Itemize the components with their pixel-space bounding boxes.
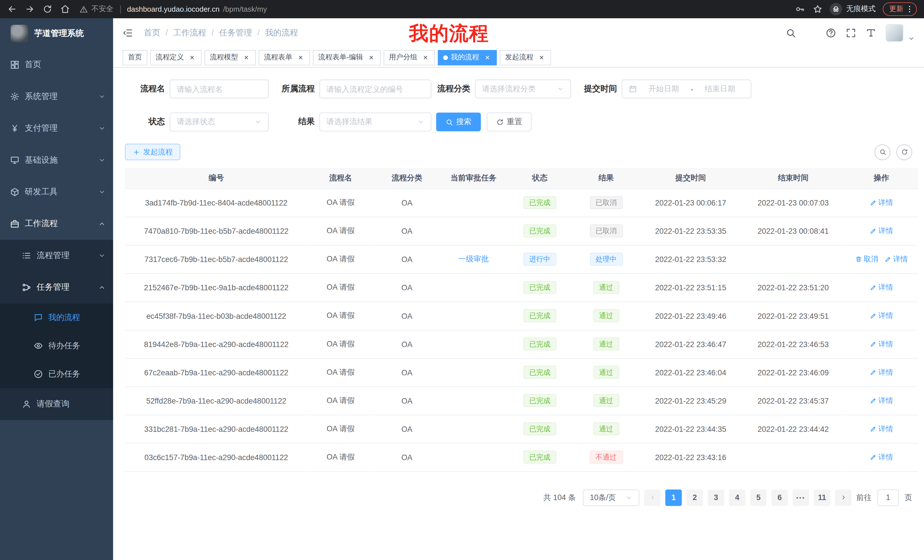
github-icon[interactable]	[806, 28, 816, 38]
key-icon[interactable]	[795, 4, 805, 14]
breadcrumb-item: 我的流程	[265, 28, 298, 38]
sidebar-item[interactable]: 流程管理	[0, 240, 113, 271]
sidebar-item[interactable]: 任务管理	[0, 271, 113, 303]
sidebar-item[interactable]: 我的流程	[0, 303, 113, 332]
cell-submit-time: 2022-01-23 00:06:17	[639, 189, 742, 217]
close-icon[interactable]: ×	[537, 53, 546, 61]
sidebar-item-label: 首页	[25, 59, 41, 70]
process-id-input[interactable]	[320, 79, 432, 99]
help-icon[interactable]	[825, 28, 836, 38]
sidebar-item[interactable]: 请假查询	[0, 388, 113, 420]
toggle-search-button[interactable]	[874, 144, 891, 160]
more-pages-button[interactable]: •••	[793, 489, 809, 506]
arrow-right-icon[interactable]	[25, 4, 35, 14]
page-button[interactable]: 11	[814, 489, 830, 506]
detail-link[interactable]: 详情	[870, 367, 893, 377]
close-icon[interactable]: ×	[188, 53, 196, 61]
breadcrumb-item[interactable]: 工作流程	[173, 28, 219, 38]
cell-actions: 详情	[844, 358, 918, 386]
screen: 不安全 dashboard.yudao.iocoder.cn/bpm/task/…	[0, 0, 924, 560]
incognito-icon	[830, 3, 842, 15]
user-avatar[interactable]	[886, 24, 903, 42]
status-tag: 已完成	[524, 422, 556, 435]
user-menu-caret-icon[interactable]	[908, 35, 915, 42]
page-button[interactable]: 6	[771, 489, 788, 506]
sidebar-item[interactable]: 系统管理	[0, 81, 113, 112]
kebab-menu-icon[interactable]	[905, 5, 914, 14]
detail-link[interactable]: 详情	[870, 226, 893, 236]
tab-chip[interactable]: 流程表单×	[259, 49, 310, 65]
reset-button[interactable]: 重置	[487, 112, 532, 131]
sidebar-item[interactable]: 首页	[0, 49, 113, 81]
detail-link[interactable]: 详情	[870, 198, 893, 208]
status-select[interactable]: 请选择状态	[170, 112, 269, 131]
fullscreen-icon[interactable]	[846, 28, 856, 38]
detail-link[interactable]: 详情	[870, 311, 893, 321]
cell-current-task	[440, 302, 507, 330]
detail-link[interactable]: 详情	[870, 283, 893, 293]
close-icon[interactable]: ×	[242, 53, 250, 61]
home-icon[interactable]	[60, 4, 70, 14]
tab-chip[interactable]: 流程定义×	[150, 49, 202, 65]
current-task-link[interactable]: 一级审批	[458, 255, 489, 264]
page-button[interactable]: 4	[729, 489, 746, 506]
tab-chip[interactable]: 流程表单-编辑×	[313, 49, 381, 65]
sidebar-toggle-icon[interactable]	[123, 28, 133, 38]
detail-link[interactable]: 详情	[870, 452, 893, 462]
cell-category: OA	[374, 245, 440, 273]
tab-chip[interactable]: 我的流程×	[438, 49, 496, 65]
sidebar-item[interactable]: 研发工具	[0, 176, 113, 208]
breadcrumb-item[interactable]: 首页	[144, 28, 173, 38]
create-process-button[interactable]: 发起流程	[125, 144, 180, 160]
cell-process-name: OA 请假	[308, 273, 374, 302]
breadcrumb-item[interactable]: 任务管理	[219, 28, 265, 38]
cancel-link[interactable]: 取消	[855, 254, 879, 264]
search-button[interactable]: 搜索	[436, 112, 481, 131]
detail-link[interactable]: 详情	[870, 339, 893, 349]
chevron-down-icon	[255, 118, 262, 126]
next-page-button[interactable]	[835, 489, 852, 506]
goto-page-input[interactable]	[878, 489, 898, 506]
update-button[interactable]: 更新	[883, 2, 917, 16]
tab-chip[interactable]: 发起流程×	[500, 49, 551, 65]
arrow-left-icon[interactable]	[7, 4, 17, 14]
category-select[interactable]: 请选择流程分类	[475, 79, 571, 99]
process-name-input[interactable]	[170, 79, 269, 99]
sidebar-item[interactable]: 支付管理	[0, 112, 113, 144]
sidebar-item[interactable]: 已办任务	[0, 360, 113, 388]
page-button[interactable]: 5	[750, 489, 766, 506]
detail-link[interactable]: 详情	[870, 424, 893, 434]
page-size-select[interactable]: 10条/页	[583, 489, 639, 506]
tab-chip[interactable]: 用户分组×	[384, 49, 435, 65]
result-tag: 通过	[593, 338, 619, 350]
detail-link[interactable]: 详情	[884, 254, 908, 264]
page-button[interactable]: 2	[686, 489, 703, 506]
cell-end-time: 2022-01-22 23:45:37	[742, 386, 844, 415]
result-tag: 已取消	[590, 225, 623, 237]
tab-chip[interactable]: 首页	[123, 49, 147, 65]
prev-page-button[interactable]	[644, 489, 661, 506]
sidebar-item[interactable]: 待办任务	[0, 332, 113, 360]
cell-process-id: 7470a810-7b9b-11ec-b5b7-acde48001122	[125, 217, 308, 245]
tab-chip[interactable]: 流程模型×	[204, 49, 256, 65]
sidebar-item[interactable]: 工作流程	[0, 208, 113, 240]
annotation-title: 我的流程	[409, 21, 489, 47]
search-icon[interactable]	[786, 28, 796, 38]
cell-process-id: 7317cec6-7b9b-11ec-b5b7-acde48001122	[125, 245, 308, 273]
close-icon[interactable]: ×	[483, 53, 491, 61]
detail-link[interactable]: 详情	[870, 395, 893, 406]
address-bar[interactable]: 不安全 dashboard.yudao.iocoder.cn/bpm/task/…	[80, 4, 786, 14]
page-button[interactable]: 3	[708, 489, 724, 506]
refresh-icon[interactable]	[42, 4, 52, 14]
submit-time-range-picker[interactable]: 开始日期 - 结束日期	[622, 79, 751, 99]
close-icon[interactable]: ×	[296, 53, 304, 61]
sidebar-item[interactable]: 基础设施	[0, 144, 113, 176]
close-icon[interactable]: ×	[422, 53, 430, 61]
page-button[interactable]: 1	[665, 489, 682, 506]
star-icon[interactable]	[813, 4, 823, 14]
refresh-table-button[interactable]	[896, 144, 912, 160]
close-icon[interactable]: ×	[367, 53, 375, 61]
cell-end-time	[742, 245, 844, 273]
result-select[interactable]: 请选择流结果	[320, 112, 432, 131]
font-size-icon[interactable]	[866, 28, 876, 38]
